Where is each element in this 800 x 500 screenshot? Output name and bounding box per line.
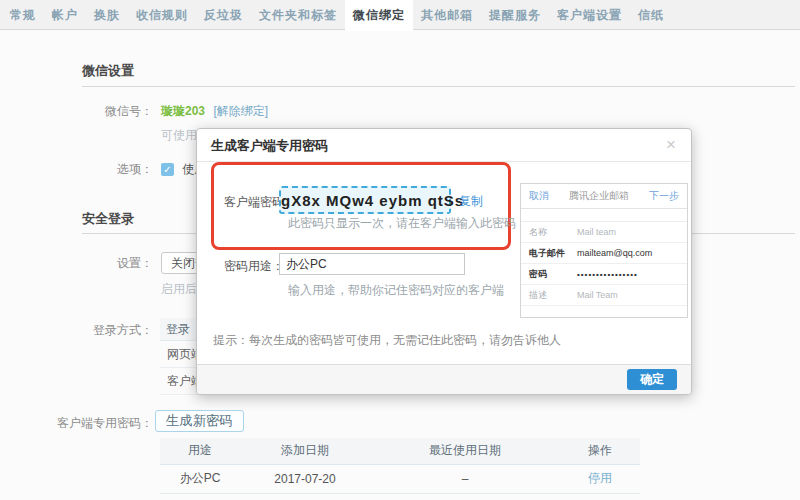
wechat-account-name: 璇璇203 — [161, 104, 205, 118]
tab-other-mailbox[interactable]: 其他邮箱 — [413, 0, 481, 31]
preview-name-label: 名称 — [529, 226, 577, 239]
col-added: 添加日期 — [240, 438, 370, 464]
client-password-table: 用途 添加日期 最近使用日期 操作 办公PC 2017-07-20 – 停用 — [160, 438, 640, 494]
tab-mail-rules[interactable]: 收信规则 — [128, 0, 196, 31]
dialog-title: 生成客户端专用密码 — [197, 129, 691, 162]
tab-client-settings[interactable]: 客户端设置 — [549, 0, 630, 31]
settings-tabbar: 常规 帐户 换肤 收信规则 反垃圾 文件夹和标签 微信绑定 其他邮箱 提醒服务 … — [0, 0, 800, 30]
preview-name-value: Mail team — [577, 227, 616, 237]
password-hint: 此密码只显示一次，请在客户端输入此密码 — [288, 215, 516, 232]
tab-antispam[interactable]: 反垃圾 — [196, 0, 251, 31]
setting-label: 设置： — [0, 255, 153, 272]
purpose-hint: 输入用途，帮助你记住密码对应的客户端 — [288, 282, 504, 299]
wechat-account-row: 微信号：璇璇203 [解除绑定] — [0, 103, 800, 120]
wechat-account-label: 微信号： — [0, 103, 153, 120]
cell-added: 2017-07-20 — [240, 464, 370, 493]
preview-next-label: 下一步 — [649, 189, 679, 203]
unbind-link[interactable]: [解除绑定] — [213, 104, 268, 118]
preview-description-value: Mail Team — [577, 290, 618, 300]
generate-password-button[interactable]: 生成新密码 — [155, 410, 244, 432]
dialog-footer: 确定 — [197, 364, 691, 394]
col-purpose: 用途 — [160, 438, 240, 464]
preview-password-label: 密码 — [529, 268, 577, 281]
preview-row-email: 电子邮件 mailteam@qq.com — [521, 243, 687, 264]
col-last-used: 最近使用日期 — [370, 438, 560, 464]
tab-skin[interactable]: 换肤 — [86, 0, 128, 31]
tab-reminder[interactable]: 提醒服务 — [481, 0, 549, 31]
dialog-tip: 提示：每次生成的密码皆可使用，无需记住此密码，请勿告诉他人 — [213, 332, 561, 349]
close-icon[interactable]: × — [662, 136, 680, 154]
disable-password-link[interactable]: 停用 — [588, 471, 612, 485]
preview-title: 腾讯企业邮箱 — [569, 189, 629, 203]
checkbox-checked-icon[interactable] — [161, 163, 174, 176]
cell-purpose: 办公PC — [160, 464, 240, 493]
purpose-input[interactable] — [279, 253, 465, 275]
client-password-label: 客户端专用密码： — [0, 415, 153, 432]
tab-wechat-binding[interactable]: 微信绑定 — [345, 0, 413, 31]
purpose-field-label: 密码用途： — [224, 258, 284, 275]
section-divider — [82, 86, 795, 87]
options-label: 选项： — [0, 161, 153, 178]
preview-row-name: 名称 Mail team — [521, 222, 687, 243]
tab-stationery[interactable]: 信纸 — [630, 0, 672, 31]
preview-cancel-label: 取消 — [529, 189, 549, 203]
login-method-label: 登录方式： — [0, 322, 153, 339]
generated-password-value[interactable]: gX8x MQw4 eybm qtSs — [279, 186, 451, 214]
preview-header: 取消 腾讯企业邮箱 下一步 — [521, 184, 687, 209]
security-section-title: 安全登录 — [82, 210, 134, 228]
copy-link[interactable]: 复制 — [459, 193, 483, 210]
confirm-button[interactable]: 确定 — [627, 369, 677, 390]
preview-email-value: mailteam@qq.com — [577, 248, 652, 258]
tab-general[interactable]: 常规 — [2, 0, 44, 31]
mail-client-preview: 取消 腾讯企业邮箱 下一步 名称 Mail team 电子邮件 mailteam… — [520, 183, 688, 318]
tab-account[interactable]: 帐户 — [44, 0, 86, 31]
client-password-row: 客户端专用密码： — [0, 415, 800, 432]
preview-email-label: 电子邮件 — [529, 247, 577, 260]
preview-password-value: •••••••••••••••• — [577, 270, 638, 279]
preview-description-label: 描述 — [529, 289, 577, 302]
preview-row-password: 密码 •••••••••••••••• — [521, 264, 687, 285]
col-action: 操作 — [560, 438, 640, 464]
preview-row-description: 描述 Mail Team — [521, 285, 687, 306]
wechat-section-title: 微信设置 — [82, 62, 134, 80]
tab-folders-labels[interactable]: 文件夹和标签 — [251, 0, 345, 31]
generate-password-dialog: 生成客户端专用密码 × 客户端密码： gX8x MQw4 eybm qtSs 复… — [196, 128, 692, 395]
cell-last-used: – — [370, 464, 560, 493]
table-header-row: 用途 添加日期 最近使用日期 操作 — [160, 438, 640, 464]
preview-spacer — [521, 209, 687, 222]
table-row: 办公PC 2017-07-20 – 停用 — [160, 464, 640, 493]
